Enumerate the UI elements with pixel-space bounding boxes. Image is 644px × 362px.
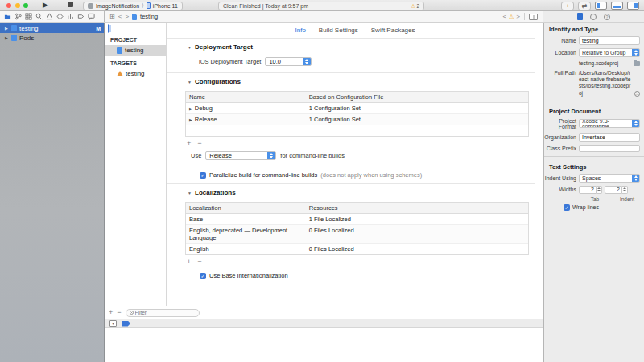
table-row[interactable]: ▶Debug 1 Configuration Set bbox=[186, 103, 528, 114]
library-button[interactable]: + bbox=[561, 2, 574, 10]
indent-width-value[interactable]: 2 bbox=[605, 186, 622, 194]
tab-width-value[interactable]: 2 bbox=[579, 186, 597, 194]
table-row[interactable]: English, deprecated — Development Langua… bbox=[186, 225, 528, 244]
warning-icon[interactable]: ⚠ bbox=[411, 3, 415, 9]
previous-issue-button[interactable]: < bbox=[502, 14, 506, 20]
command-line-config-select[interactable]: Release bbox=[205, 151, 276, 160]
table-row[interactable]: English 0 Files Localized bbox=[186, 244, 528, 254]
disclosure-triangle-icon[interactable]: ▼ bbox=[188, 80, 192, 84]
base-internationalization-label: Use Base Internationalization bbox=[209, 272, 288, 279]
add-configuration-button[interactable]: + bbox=[187, 140, 191, 147]
filter-input[interactable] bbox=[135, 310, 196, 315]
ios-deployment-target-select[interactable]: 10.0 bbox=[265, 57, 312, 66]
toggle-debug-area-button[interactable] bbox=[611, 2, 623, 10]
column-header-based-on[interactable]: Based on Configuration File bbox=[306, 92, 528, 102]
text-settings-section-title: Text Settings bbox=[544, 160, 644, 173]
tab-width-stepper[interactable]: 2 bbox=[579, 186, 602, 194]
hide-projects-list-icon[interactable] bbox=[108, 24, 109, 33]
zoom-window-button[interactable] bbox=[23, 3, 28, 8]
scheme-selector[interactable]: ImageNotification ⟩ iPhone 11 bbox=[83, 2, 183, 10]
target-item-testing[interactable]: testing bbox=[105, 68, 166, 79]
add-localization-button[interactable]: + bbox=[187, 258, 191, 265]
section-localizations[interactable]: ▼ Localizations bbox=[167, 184, 543, 200]
editor-options-icon[interactable] bbox=[529, 14, 538, 20]
source-control-navigator-icon[interactable] bbox=[14, 13, 22, 20]
reveal-arrow-icon[interactable]: → bbox=[634, 91, 640, 97]
test-navigator-icon[interactable] bbox=[56, 13, 64, 20]
stepper-arrows-icon[interactable] bbox=[622, 186, 628, 194]
toggle-navigator-button[interactable] bbox=[595, 2, 607, 10]
toolbar: ▶ ImageNotification ⟩ iPhone 11 Clean Fi… bbox=[0, 0, 644, 11]
find-navigator-icon[interactable] bbox=[35, 13, 43, 20]
report-navigator-icon[interactable] bbox=[88, 13, 95, 20]
wrap-lines-checkbox[interactable]: ✓ bbox=[564, 204, 570, 211]
history-inspector-icon[interactable] bbox=[590, 14, 597, 20]
forward-button[interactable]: > bbox=[125, 14, 129, 20]
issue-warning-icon[interactable]: ⚠ bbox=[509, 14, 514, 19]
section-deployment-target[interactable]: ▼ Deployment Target bbox=[167, 39, 543, 55]
add-button[interactable]: + bbox=[109, 309, 113, 316]
navigator-item-label: Pods bbox=[19, 35, 101, 42]
editor-arrows-button[interactable]: ⇄ bbox=[578, 2, 591, 10]
close-window-button[interactable] bbox=[6, 3, 11, 8]
column-header-localization[interactable]: Localization bbox=[186, 203, 306, 213]
class-prefix-field[interactable] bbox=[579, 145, 640, 152]
disclosure-triangle-icon[interactable]: ▶ bbox=[5, 35, 9, 40]
stop-button[interactable] bbox=[68, 2, 73, 7]
minimize-window-button[interactable] bbox=[15, 3, 20, 8]
debug-area bbox=[105, 328, 543, 362]
remove-button[interactable]: − bbox=[117, 309, 121, 316]
jumpbar-file-name[interactable]: testing bbox=[140, 13, 158, 20]
issue-navigator-icon[interactable] bbox=[46, 13, 53, 20]
config-file: 1 Configuration Set bbox=[306, 114, 528, 125]
next-issue-button[interactable]: > bbox=[516, 14, 520, 20]
inspector-tab-bar: ? bbox=[543, 11, 644, 22]
filter-field[interactable] bbox=[126, 309, 200, 317]
tab-swift-packages[interactable]: Swift Packages bbox=[371, 27, 415, 34]
debug-bar: ▾ bbox=[105, 319, 543, 328]
use-suffix-label: for command-line builds bbox=[280, 152, 345, 159]
breakpoint-navigator-icon[interactable] bbox=[77, 13, 85, 20]
indent-width-stepper[interactable]: 2 bbox=[605, 186, 628, 194]
stepper-arrows-icon[interactable] bbox=[597, 186, 602, 194]
base-internationalization-checkbox[interactable]: ✓ bbox=[200, 273, 206, 279]
run-button[interactable]: ▶ bbox=[43, 1, 48, 9]
disclosure-triangle-icon[interactable]: ▼ bbox=[188, 191, 192, 195]
debug-area-toggle-icon[interactable]: ▾ bbox=[109, 320, 117, 327]
disclosure-triangle-icon[interactable]: ▶ bbox=[189, 117, 192, 122]
column-header-resources[interactable]: Resources bbox=[306, 203, 528, 213]
related-items-icon[interactable]: ⊞ bbox=[109, 13, 115, 20]
disclosure-triangle-icon[interactable]: ▶ bbox=[5, 26, 9, 31]
back-button[interactable]: < bbox=[118, 14, 122, 20]
navigator-item-pods[interactable]: ▶ Pods bbox=[0, 33, 104, 43]
location-select[interactable]: Relative to Group bbox=[579, 48, 640, 57]
debug-navigator-icon[interactable] bbox=[67, 13, 74, 20]
breakpoints-toggle-icon[interactable] bbox=[122, 321, 130, 327]
disclosure-triangle-icon[interactable]: ▶ bbox=[189, 106, 192, 111]
organization-field[interactable]: Invertase bbox=[579, 133, 640, 142]
name-field[interactable]: testing bbox=[579, 36, 640, 45]
localization-name: English, deprecated — Development Langua… bbox=[186, 225, 306, 243]
column-header-name[interactable]: Name bbox=[186, 92, 306, 102]
table-row[interactable]: Base 1 File Localized bbox=[186, 214, 528, 225]
project-item-testing[interactable]: testing bbox=[105, 45, 166, 56]
toggle-inspector-button[interactable] bbox=[627, 2, 639, 10]
remove-configuration-button[interactable]: − bbox=[197, 140, 201, 147]
project-navigator-icon[interactable] bbox=[4, 13, 11, 20]
remove-localization-button[interactable]: − bbox=[197, 258, 201, 265]
symbol-navigator-icon[interactable] bbox=[25, 13, 32, 20]
navigator-item-testing[interactable]: ▶ testing M bbox=[0, 23, 104, 33]
project-format-select[interactable]: Xcode 9.3-compatible bbox=[579, 119, 640, 128]
warning-count[interactable]: 2 bbox=[416, 3, 419, 9]
parallelize-checkbox[interactable]: ✓ bbox=[200, 172, 206, 179]
file-inspector-icon[interactable] bbox=[577, 13, 583, 20]
configurations-table: Name Based on Configuration File ▶Debug … bbox=[185, 91, 529, 137]
quick-help-inspector-icon[interactable]: ? bbox=[604, 14, 610, 20]
table-row[interactable]: ▶Release 1 Configuration Set bbox=[186, 114, 528, 125]
section-configurations[interactable]: ▼ Configurations bbox=[167, 73, 543, 89]
folder-icon[interactable] bbox=[634, 61, 640, 66]
tab-info[interactable]: Info bbox=[295, 27, 306, 34]
indent-using-select[interactable]: Spaces bbox=[579, 174, 640, 183]
disclosure-triangle-icon[interactable]: ▼ bbox=[188, 45, 192, 50]
tab-build-settings[interactable]: Build Settings bbox=[319, 27, 358, 34]
